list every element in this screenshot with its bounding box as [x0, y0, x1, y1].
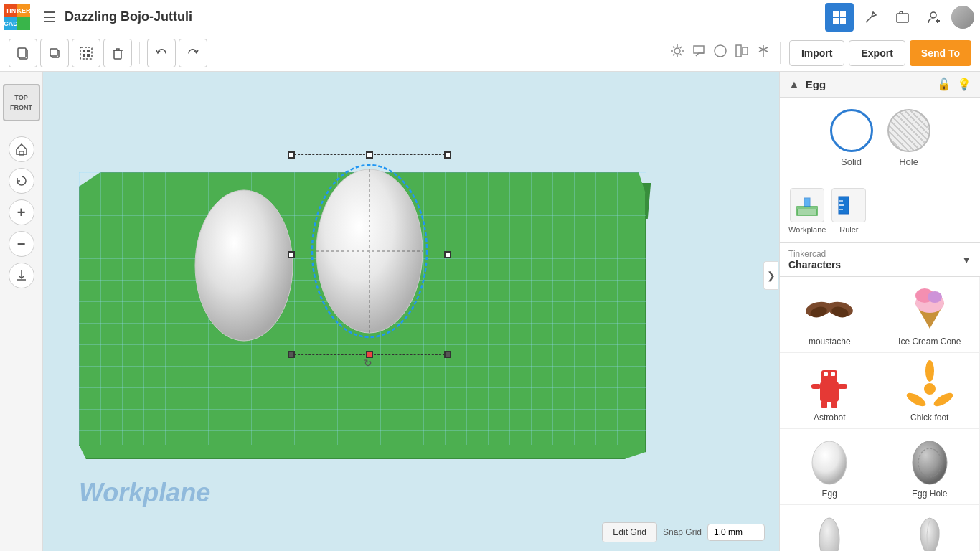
- menu-icon[interactable]: ☰: [34, 9, 65, 26]
- shape-item-chickfoot[interactable]: Chick foot: [880, 353, 981, 429]
- handle-top-center[interactable]: [366, 151, 373, 159]
- snap-grid-input[interactable]: [707, 524, 765, 541]
- shape-item-moustache[interactable]: moustache: [780, 277, 880, 353]
- shape-tool-icons: [669, 43, 771, 62]
- group-button[interactable]: [72, 39, 100, 67]
- svg-rect-45: [821, 401, 827, 408]
- redo-button[interactable]: [179, 39, 207, 67]
- svg-rect-19: [743, 47, 748, 55]
- tools-button[interactable]: [857, 3, 885, 32]
- tinkercad-logo[interactable]: TIN KER CAD: [0, 0, 34, 34]
- delete-button[interactable]: [103, 39, 132, 67]
- workplane-text-label: Workplane: [79, 478, 210, 508]
- library-dropdown-icon[interactable]: ▼: [961, 254, 971, 265]
- handle-mid-left[interactable]: [288, 251, 295, 258]
- minus-icon: −: [17, 236, 26, 253]
- svg-rect-46: [831, 401, 837, 408]
- handle-bottom-left[interactable]: [288, 351, 295, 358]
- shape-item-astrobot[interactable]: Astrobot: [780, 353, 880, 429]
- svg-point-53: [812, 441, 847, 484]
- import-button[interactable]: Import: [789, 40, 845, 66]
- shape-panel-collapse[interactable]: ▲: [788, 78, 800, 91]
- ruler-tool[interactable]: Ruler: [831, 188, 866, 234]
- svg-rect-14: [87, 54, 90, 57]
- shapes-library: moustache Ice Cream Cone: [780, 277, 980, 551]
- svg-point-56: [819, 518, 839, 552]
- svg-rect-2: [833, 18, 839, 24]
- panel-collapse-arrow[interactable]: ❯: [763, 261, 778, 290]
- shapes-grid: moustache Ice Cream Cone: [780, 277, 980, 551]
- toolbar-right: Import Export Send To: [669, 40, 971, 66]
- hole-option[interactable]: Hole: [887, 109, 930, 167]
- lock-icon[interactable]: 🔓: [937, 77, 951, 91]
- logo-cad-green: [17, 17, 30, 30]
- svg-rect-4: [897, 14, 908, 22]
- topbar-right-icons: [825, 3, 974, 32]
- mirror-tool[interactable]: [755, 43, 771, 62]
- svg-point-21: [195, 190, 293, 341]
- shape-item-icecream[interactable]: Ice Cream Cone: [880, 277, 981, 353]
- handle-top-right[interactable]: [444, 151, 451, 159]
- zoom-in-button[interactable]: +: [9, 199, 34, 225]
- zoom-out-button[interactable]: −: [9, 231, 34, 257]
- solid-option[interactable]: Solid: [830, 109, 873, 167]
- svg-rect-15: [114, 50, 121, 59]
- sendto-button[interactable]: Send To: [910, 40, 971, 66]
- visibility-icon[interactable]: 💡: [957, 77, 971, 91]
- svg-point-51: [905, 390, 928, 408]
- shape-item-egg[interactable]: Egg: [780, 429, 880, 505]
- toolbar-divider-1: [139, 42, 140, 64]
- export-button[interactable]: Export: [849, 40, 905, 66]
- svg-rect-0: [833, 11, 839, 17]
- svg-rect-10: [80, 47, 92, 59]
- shape-item-bentbunnyear[interactable]: Bent Bunny Ear: [880, 505, 981, 551]
- rotate-button[interactable]: [9, 168, 34, 194]
- bentbunnyear-image: [905, 514, 955, 551]
- selection-box: ↻: [291, 154, 448, 355]
- handle-top-left[interactable]: [288, 151, 295, 159]
- shape-panel: ▲ Egg 🔓 💡 Solid Hole: [780, 72, 980, 179]
- shape-item-bunnyear[interactable]: Bunny ear: [780, 505, 880, 551]
- svg-rect-13: [83, 54, 85, 57]
- shape-item-egghole[interactable]: Egg Hole: [880, 429, 981, 505]
- toolbar-divider-2: [780, 42, 781, 64]
- view-cube-face[interactable]: TOP FRONT: [3, 84, 40, 121]
- undo-button[interactable]: [147, 39, 176, 67]
- svg-rect-7: [18, 48, 26, 57]
- logo-ker: KER: [17, 4, 30, 17]
- avatar[interactable]: [951, 6, 974, 29]
- view-cube-top-label: TOP: [14, 94, 27, 101]
- egg-left-object[interactable]: [187, 183, 301, 348]
- rotate-handle[interactable]: ↻: [364, 357, 372, 369]
- copy-button[interactable]: [9, 39, 37, 67]
- svg-point-52: [932, 390, 955, 408]
- egg-label: Egg: [822, 489, 837, 499]
- circle-tool[interactable]: [712, 43, 728, 62]
- grid-view-button[interactable]: [825, 3, 854, 32]
- speech-tool[interactable]: [691, 43, 707, 62]
- handle-mid-right[interactable]: [444, 251, 451, 258]
- handle-bottom-right[interactable]: [444, 351, 451, 358]
- align-tool[interactable]: [734, 43, 750, 62]
- astrobot-image: [804, 362, 854, 408]
- add-user-button[interactable]: [920, 3, 948, 32]
- edit-grid-button[interactable]: Edit Grid: [602, 522, 657, 542]
- duplicate-button[interactable]: [40, 39, 69, 67]
- light-tool[interactable]: [669, 43, 685, 62]
- egg-image: [804, 438, 854, 484]
- chickfoot-label: Chick foot: [910, 413, 948, 423]
- canvas-area[interactable]: Workplane: [43, 72, 779, 551]
- projects-button[interactable]: [888, 3, 917, 32]
- chickfoot-image: [905, 362, 955, 408]
- ruler-label: Ruler: [839, 225, 858, 234]
- egghole-image: [905, 438, 955, 484]
- view-cube[interactable]: TOP FRONT: [0, 77, 43, 128]
- snap-grid-label: Snap Grid: [663, 527, 702, 537]
- home-button[interactable]: [9, 136, 34, 162]
- download-button[interactable]: [9, 263, 34, 288]
- solid-circle: [830, 109, 873, 152]
- library-category: Tinkercad: [788, 249, 961, 259]
- workplane-tool[interactable]: Workplane: [788, 188, 826, 234]
- svg-rect-12: [87, 50, 90, 52]
- egg-left-svg: [187, 183, 301, 348]
